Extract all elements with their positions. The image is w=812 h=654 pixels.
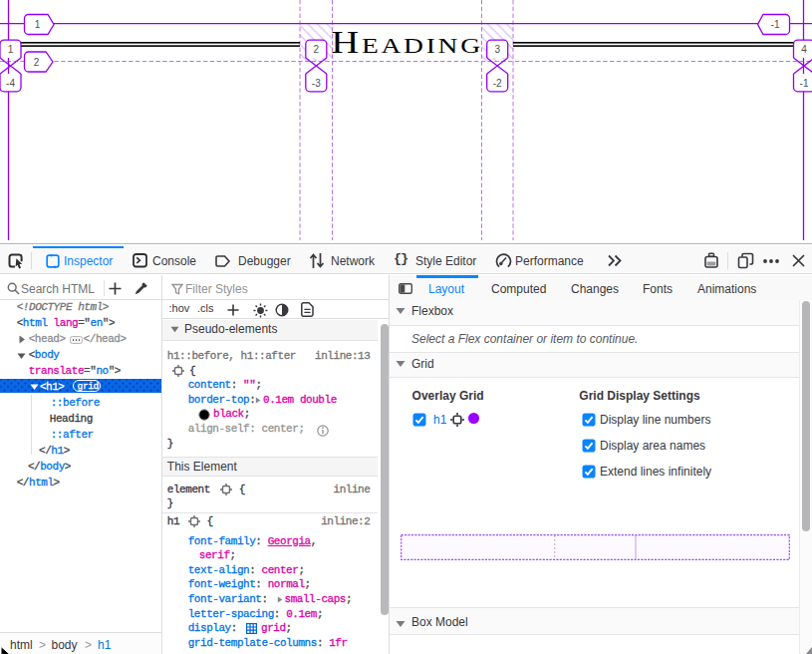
svg-text:1: 1 <box>35 19 41 30</box>
svg-text:1: 1 <box>8 44 14 55</box>
svg-text:4: 4 <box>801 44 807 55</box>
svg-text:-3: -3 <box>312 78 321 89</box>
svg-text:-1: -1 <box>800 78 809 89</box>
svg-text:2: 2 <box>34 57 40 68</box>
svg-text:-2: -2 <box>493 78 502 89</box>
svg-text:-4: -4 <box>6 78 15 89</box>
svg-text:-1: -1 <box>771 19 780 30</box>
